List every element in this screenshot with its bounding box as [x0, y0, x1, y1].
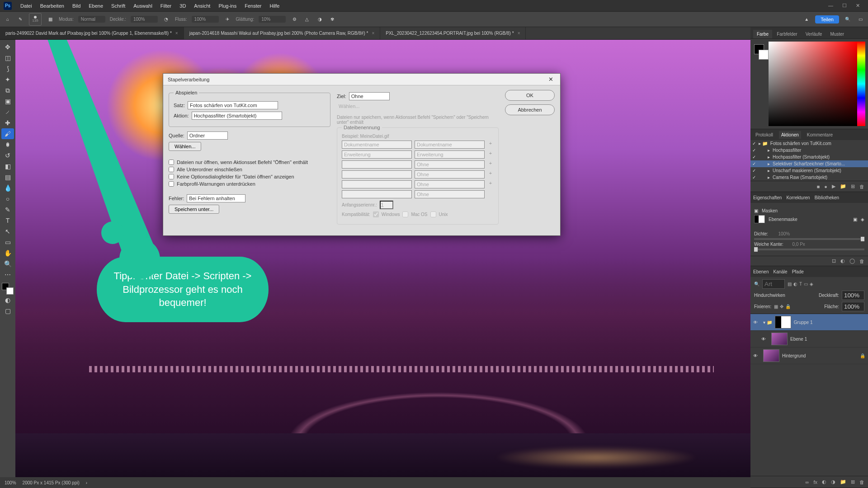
filter-adjust-icon[interactable]: ◐ [793, 282, 797, 286]
lock-position-icon[interactable]: ✥ [780, 304, 783, 309]
layer-opacity-input[interactable] [842, 291, 864, 300]
type-tool[interactable]: T [1, 215, 14, 226]
tab-close-icon[interactable]: × [372, 31, 374, 36]
airbrush-icon[interactable]: ✈ [223, 15, 231, 23]
menu-item[interactable]: Bild [68, 3, 85, 9]
dialog-close-icon[interactable]: ✕ [546, 75, 556, 84]
info-chevron-icon[interactable]: › [86, 480, 87, 485]
hue-slider[interactable] [857, 42, 865, 126]
visibility-icon[interactable]: 👁 [761, 337, 769, 342]
pen-tool[interactable]: ✎ [1, 204, 14, 215]
document-tab[interactable]: PXL_20230422_122623454.PORTRAIT.jpg bei … [380, 27, 526, 39]
close-icon[interactable]: ✕ [856, 3, 860, 9]
document-tab[interactable]: japan-2014618 Masashi Wakui auf Pixabay.… [184, 27, 381, 39]
visibility-icon[interactable]: 👁 [753, 320, 760, 325]
filter-shape-icon[interactable]: ▭ [804, 282, 808, 286]
feather-slider[interactable] [754, 249, 864, 250]
pressure-opacity-icon[interactable]: ◔ [162, 15, 170, 23]
crop-tool[interactable]: ⧉ [1, 85, 14, 96]
menu-item[interactable]: Fenster [241, 3, 265, 9]
new-action-icon[interactable]: ⊞ [851, 183, 855, 189]
menu-item[interactable]: Ansicht [190, 3, 214, 9]
subfolders-checkbox[interactable] [169, 167, 174, 172]
share-button[interactable]: Teilen [815, 15, 839, 23]
menu-item[interactable]: Ebene [85, 3, 107, 9]
tab-close-icon[interactable]: × [518, 31, 520, 36]
action-row[interactable]: ✓▸Hochpassfilter [750, 147, 868, 154]
tab-libraries[interactable]: Bibliotheken [815, 195, 839, 200]
opacity-input[interactable]: 100% [131, 16, 158, 23]
maximize-icon[interactable]: ☐ [842, 3, 847, 9]
dest-select[interactable]: Ohne [349, 92, 390, 100]
pixel-mask-icon[interactable]: ▣ [853, 217, 857, 222]
stamp-tool[interactable]: ⧯ [1, 139, 14, 150]
lock-all-icon[interactable]: 🔒 [785, 304, 791, 309]
panel-fg-bg[interactable] [753, 42, 769, 126]
menu-item[interactable]: Bearbeiten [36, 3, 68, 9]
blur-tool[interactable]: 💧 [1, 183, 14, 193]
stop-icon[interactable]: ■ [817, 184, 820, 189]
tab-patterns[interactable]: Muster [826, 30, 848, 38]
action-row[interactable]: ✓▸Selektiver Scharfzeichner (Smarto... [750, 160, 868, 167]
pressure-size-icon[interactable]: ◑ [316, 15, 324, 23]
trash-icon[interactable]: 🗑 [859, 258, 864, 264]
cancel-button[interactable]: Abbrechen [505, 104, 555, 115]
fg-bg-swatch[interactable] [2, 283, 14, 295]
choose-source-button[interactable]: Wählen... [169, 142, 201, 151]
lasso-tool[interactable]: ⟆ [1, 63, 14, 74]
trash-icon[interactable]: 🗑 [859, 479, 864, 485]
mask-thumb[interactable] [775, 316, 791, 328]
mask-from-sel-icon[interactable]: ⊡ [832, 258, 836, 264]
dialog-titlebar[interactable]: Stapelverarbeitung ✕ [163, 74, 560, 85]
errors-select[interactable]: Bei Fehlern anhalten [187, 194, 245, 202]
action-select[interactable]: Hochpassfilter (Smartobjekt) [192, 112, 282, 120]
menu-item[interactable]: Filter [156, 3, 175, 9]
action-row[interactable]: ✓▸Hochpassfilter (Smartobjekt) [750, 154, 868, 160]
mask-thumbnail[interactable] [754, 215, 765, 223]
lock-icon[interactable]: 🔒 [860, 353, 865, 358]
menu-item[interactable]: Auswahl [129, 3, 156, 9]
tab-swatches[interactable]: Farbfelder [773, 30, 801, 38]
tab-close-icon[interactable]: × [175, 31, 178, 36]
layer-row[interactable]: 👁 Hintergrund 🔒 [750, 347, 868, 364]
record-icon[interactable]: ● [824, 184, 827, 189]
layer-name[interactable]: Hintergrund [782, 353, 806, 358]
heal-tool[interactable]: ✚ [1, 117, 14, 128]
layer-row[interactable]: 👁 Ebene 1 [750, 331, 868, 347]
brush-preview[interactable]: 135 [29, 13, 42, 26]
brush-panel-icon[interactable]: ▦ [46, 15, 54, 23]
menu-item[interactable]: Hilfe [265, 3, 283, 9]
history-brush-tool[interactable]: ↺ [1, 150, 14, 161]
new-set-icon[interactable]: 📁 [840, 183, 846, 189]
apply-icon[interactable]: ◯ [849, 258, 855, 264]
tab-adjustments[interactable]: Korrekturen [786, 195, 810, 200]
home-icon[interactable]: ⌂ [4, 15, 12, 23]
new-layer-icon[interactable]: ⊞ [851, 479, 855, 485]
edit-toolbar[interactable]: ⋯ [1, 269, 14, 280]
tab-color[interactable]: Farbe [753, 30, 772, 38]
group-icon[interactable]: 📁 [840, 479, 846, 485]
adjustment-icon[interactable]: ◑ [831, 479, 835, 485]
tab-comments[interactable]: Kommentare [805, 131, 835, 139]
blend-mode[interactable]: Hindurchwirken [754, 293, 816, 298]
link-icon[interactable]: ∞ [806, 479, 809, 485]
zoom-tool[interactable]: 🔍 [1, 258, 14, 269]
screen-mode-icon[interactable]: ▢ [1, 305, 14, 316]
filter-type-icon[interactable]: T [799, 282, 802, 286]
vector-mask-icon[interactable]: ◈ [861, 217, 864, 222]
frame-tool[interactable]: ▣ [1, 96, 14, 107]
tab-actions[interactable]: Aktionen [779, 131, 801, 139]
menu-item[interactable]: Plug-ins [214, 3, 241, 9]
mask-icon[interactable]: ◐ [822, 479, 826, 485]
zoom-level[interactable]: 100% [5, 480, 16, 485]
layer-name[interactable]: Ebene 1 [790, 337, 807, 342]
tab-gradients[interactable]: Verläufe [802, 30, 826, 38]
trash-icon[interactable]: 🗑 [859, 184, 864, 189]
tab-paths[interactable]: Pfade [792, 269, 804, 274]
symmetry-icon[interactable]: ✾ [328, 15, 336, 23]
layer-thumb[interactable] [771, 333, 788, 345]
flow-input[interactable]: 100% [192, 16, 219, 23]
hand-tool[interactable]: ✋ [1, 248, 14, 258]
marquee-tool[interactable]: ◫ [1, 52, 14, 63]
select-subject-icon[interactable]: ▲ [802, 15, 811, 23]
